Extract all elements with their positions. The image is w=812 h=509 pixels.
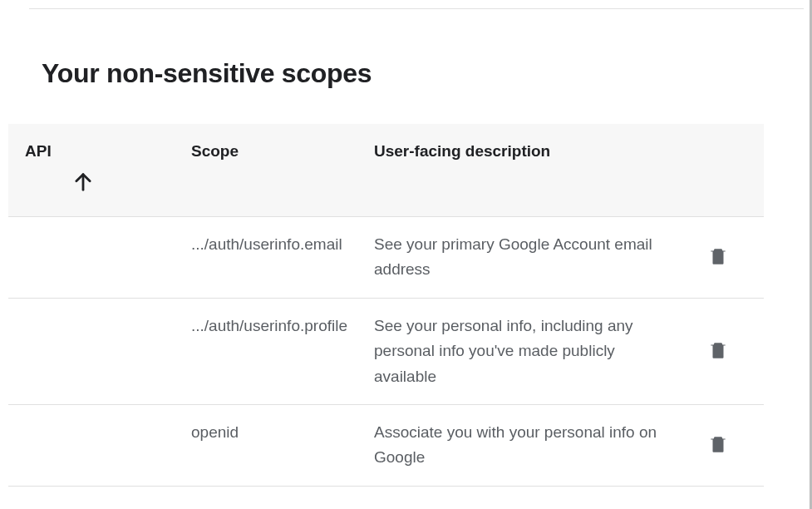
- col-header-scope[interactable]: Scope: [175, 124, 357, 217]
- table-row: .../auth/userinfo.email See your primary…: [8, 217, 764, 299]
- col-header-action: [681, 124, 764, 217]
- col-header-desc[interactable]: User-facing description: [357, 124, 681, 217]
- table-row: openid Associate you with your personal …: [8, 404, 764, 486]
- cell-scope: openid: [175, 404, 357, 486]
- delete-scope-button[interactable]: [702, 240, 734, 272]
- cell-desc: See your personal info, including any pe…: [357, 298, 681, 404]
- trash-icon: [707, 339, 729, 361]
- delete-scope-button[interactable]: [702, 334, 734, 366]
- trash-icon: [707, 245, 729, 267]
- col-header-scope-label: Scope: [191, 142, 239, 160]
- col-header-api-label: API: [25, 142, 52, 160]
- sort-ascending-icon[interactable]: [71, 170, 165, 198]
- table-row: .../auth/userinfo.profile See your perso…: [8, 298, 764, 404]
- table-header-row: API Scope User-facing description: [8, 124, 764, 217]
- section-title: Your non-sensitive scopes: [42, 58, 804, 89]
- cell-api: [8, 404, 175, 486]
- cell-api: [8, 217, 175, 299]
- cell-desc: See your primary Google Account email ad…: [357, 217, 681, 299]
- cell-desc: Associate you with your personal info on…: [357, 404, 681, 486]
- scopes-table: API Scope User-facing description .../au…: [8, 124, 764, 487]
- delete-scope-button[interactable]: [702, 428, 734, 460]
- cell-scope: .../auth/userinfo.profile: [175, 298, 357, 404]
- col-header-api[interactable]: API: [8, 124, 175, 217]
- scopes-section: Your non-sensitive scopes API Scope User…: [0, 0, 804, 509]
- table-body: .../auth/userinfo.email See your primary…: [8, 217, 764, 487]
- cell-scope: .../auth/userinfo.email: [175, 217, 357, 299]
- cell-api: [8, 298, 175, 404]
- col-header-desc-label: User-facing description: [374, 142, 550, 160]
- trash-icon: [707, 433, 729, 455]
